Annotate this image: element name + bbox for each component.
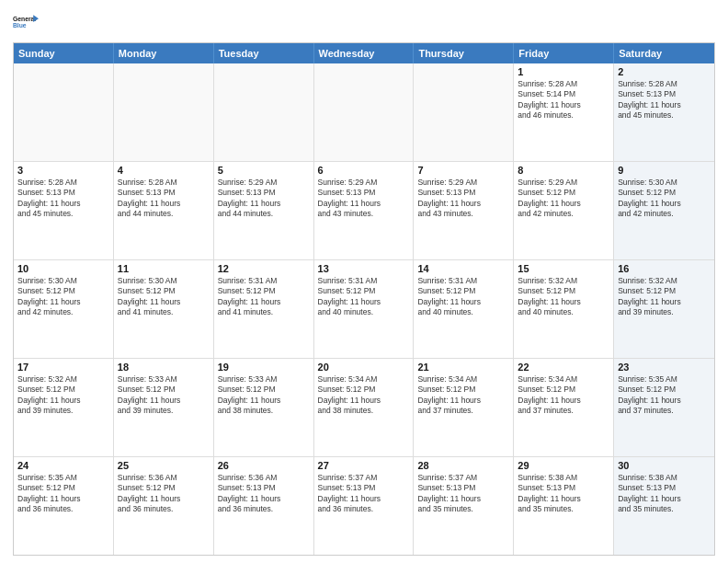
day-number: 12 xyxy=(218,263,310,274)
cell-info: Sunrise: 5:32 AM Sunset: 5:12 PM Dayligh… xyxy=(618,276,711,318)
day-number: 3 xyxy=(17,165,109,176)
cal-header-thursday: Thursday xyxy=(414,43,514,63)
cal-cell-r2-c6: 16Sunrise: 5:32 AM Sunset: 5:12 PM Dayli… xyxy=(614,260,714,358)
day-number: 24 xyxy=(17,460,109,471)
cell-info: Sunrise: 5:28 AM Sunset: 5:13 PM Dayligh… xyxy=(118,178,210,220)
day-number: 20 xyxy=(318,362,410,373)
cal-cell-r3-c6: 23Sunrise: 5:35 AM Sunset: 5:12 PM Dayli… xyxy=(614,359,714,456)
cell-info: Sunrise: 5:37 AM Sunset: 5:13 PM Dayligh… xyxy=(318,473,410,515)
cell-info: Sunrise: 5:32 AM Sunset: 5:12 PM Dayligh… xyxy=(518,276,609,318)
cal-header-saturday: Saturday xyxy=(614,43,714,63)
cal-cell-r3-c1: 18Sunrise: 5:33 AM Sunset: 5:12 PM Dayli… xyxy=(114,359,214,456)
cal-header-sunday: Sunday xyxy=(14,43,114,63)
cell-info: Sunrise: 5:34 AM Sunset: 5:12 PM Dayligh… xyxy=(518,374,609,417)
logo-icon: GeneralBlue xyxy=(13,9,39,35)
cell-info: Sunrise: 5:35 AM Sunset: 5:12 PM Dayligh… xyxy=(618,374,711,417)
day-number: 18 xyxy=(118,362,210,373)
cell-info: Sunrise: 5:31 AM Sunset: 5:12 PM Dayligh… xyxy=(417,276,509,318)
cal-row-2: 10Sunrise: 5:30 AM Sunset: 5:12 PM Dayli… xyxy=(14,259,714,358)
day-number: 9 xyxy=(618,165,711,176)
cell-info: Sunrise: 5:36 AM Sunset: 5:12 PM Dayligh… xyxy=(118,473,210,515)
cal-cell-r0-c4 xyxy=(414,63,514,161)
logo: GeneralBlue xyxy=(13,9,39,35)
day-number: 8 xyxy=(518,165,609,176)
day-number: 11 xyxy=(118,263,210,274)
cal-cell-r4-c3: 27Sunrise: 5:37 AM Sunset: 5:13 PM Dayli… xyxy=(314,457,415,555)
day-number: 23 xyxy=(618,362,711,373)
cell-info: Sunrise: 5:38 AM Sunset: 5:13 PM Dayligh… xyxy=(618,473,711,515)
cell-info: Sunrise: 5:29 AM Sunset: 5:12 PM Dayligh… xyxy=(518,178,609,220)
cal-cell-r1-c6: 9Sunrise: 5:30 AM Sunset: 5:12 PM Daylig… xyxy=(614,162,714,259)
cal-header-tuesday: Tuesday xyxy=(214,43,314,63)
cal-header-monday: Monday xyxy=(114,43,214,63)
cal-cell-r2-c4: 14Sunrise: 5:31 AM Sunset: 5:12 PM Dayli… xyxy=(414,260,514,358)
day-number: 29 xyxy=(518,460,609,471)
cell-info: Sunrise: 5:29 AM Sunset: 5:13 PM Dayligh… xyxy=(417,178,509,220)
day-number: 27 xyxy=(318,460,410,471)
cal-cell-r0-c5: 1Sunrise: 5:28 AM Sunset: 5:14 PM Daylig… xyxy=(514,63,614,161)
cal-cell-r4-c6: 30Sunrise: 5:38 AM Sunset: 5:13 PM Dayli… xyxy=(614,457,714,555)
cell-info: Sunrise: 5:34 AM Sunset: 5:12 PM Dayligh… xyxy=(318,374,410,417)
cal-cell-r1-c3: 6Sunrise: 5:29 AM Sunset: 5:13 PM Daylig… xyxy=(314,162,415,259)
day-number: 21 xyxy=(417,362,509,373)
day-number: 14 xyxy=(417,263,509,274)
day-number: 19 xyxy=(218,362,310,373)
cal-cell-r0-c1 xyxy=(114,63,214,161)
cell-info: Sunrise: 5:32 AM Sunset: 5:12 PM Dayligh… xyxy=(17,374,109,417)
day-number: 4 xyxy=(118,165,210,176)
cell-info: Sunrise: 5:28 AM Sunset: 5:13 PM Dayligh… xyxy=(17,178,109,220)
cal-cell-r1-c0: 3Sunrise: 5:28 AM Sunset: 5:13 PM Daylig… xyxy=(14,162,114,259)
cell-info: Sunrise: 5:33 AM Sunset: 5:12 PM Dayligh… xyxy=(218,374,310,417)
cal-cell-r1-c2: 5Sunrise: 5:29 AM Sunset: 5:13 PM Daylig… xyxy=(214,162,314,259)
cell-info: Sunrise: 5:28 AM Sunset: 5:13 PM Dayligh… xyxy=(618,79,711,121)
day-number: 22 xyxy=(518,362,609,373)
cal-cell-r2-c5: 15Sunrise: 5:32 AM Sunset: 5:12 PM Dayli… xyxy=(514,260,614,358)
day-number: 2 xyxy=(618,66,711,77)
cell-info: Sunrise: 5:35 AM Sunset: 5:12 PM Dayligh… xyxy=(17,473,109,515)
cal-cell-r4-c0: 24Sunrise: 5:35 AM Sunset: 5:12 PM Dayli… xyxy=(14,457,114,555)
cal-cell-r3-c2: 19Sunrise: 5:33 AM Sunset: 5:12 PM Dayli… xyxy=(214,359,314,456)
day-number: 25 xyxy=(118,460,210,471)
cell-info: Sunrise: 5:34 AM Sunset: 5:12 PM Dayligh… xyxy=(417,374,509,417)
cal-cell-r0-c3 xyxy=(314,63,415,161)
cal-row-0: 1Sunrise: 5:28 AM Sunset: 5:14 PM Daylig… xyxy=(14,63,714,161)
cell-info: Sunrise: 5:33 AM Sunset: 5:12 PM Dayligh… xyxy=(118,374,210,417)
cal-cell-r0-c0 xyxy=(14,63,114,161)
svg-text:Blue: Blue xyxy=(13,22,27,29)
header: GeneralBlue xyxy=(13,9,715,35)
calendar-body: 1Sunrise: 5:28 AM Sunset: 5:14 PM Daylig… xyxy=(14,63,714,555)
day-number: 15 xyxy=(518,263,609,274)
day-number: 7 xyxy=(417,165,509,176)
day-number: 17 xyxy=(17,362,109,373)
cal-row-3: 17Sunrise: 5:32 AM Sunset: 5:12 PM Dayli… xyxy=(14,358,714,456)
cal-cell-r3-c4: 21Sunrise: 5:34 AM Sunset: 5:12 PM Dayli… xyxy=(414,359,514,456)
day-number: 1 xyxy=(518,66,609,77)
cell-info: Sunrise: 5:37 AM Sunset: 5:13 PM Dayligh… xyxy=(417,473,509,515)
cell-info: Sunrise: 5:36 AM Sunset: 5:13 PM Dayligh… xyxy=(218,473,310,515)
cell-info: Sunrise: 5:31 AM Sunset: 5:12 PM Dayligh… xyxy=(318,276,410,318)
cal-cell-r3-c3: 20Sunrise: 5:34 AM Sunset: 5:12 PM Dayli… xyxy=(314,359,415,456)
cell-info: Sunrise: 5:38 AM Sunset: 5:13 PM Dayligh… xyxy=(518,473,609,515)
cal-row-4: 24Sunrise: 5:35 AM Sunset: 5:12 PM Dayli… xyxy=(14,456,714,555)
cell-info: Sunrise: 5:28 AM Sunset: 5:14 PM Dayligh… xyxy=(518,79,609,121)
cal-cell-r4-c1: 25Sunrise: 5:36 AM Sunset: 5:12 PM Dayli… xyxy=(114,457,214,555)
cal-cell-r3-c5: 22Sunrise: 5:34 AM Sunset: 5:12 PM Dayli… xyxy=(514,359,614,456)
cal-cell-r1-c5: 8Sunrise: 5:29 AM Sunset: 5:12 PM Daylig… xyxy=(514,162,614,259)
cal-header-wednesday: Wednesday xyxy=(314,43,415,63)
cell-info: Sunrise: 5:30 AM Sunset: 5:12 PM Dayligh… xyxy=(618,178,711,220)
cal-cell-r4-c2: 26Sunrise: 5:36 AM Sunset: 5:13 PM Dayli… xyxy=(214,457,314,555)
day-number: 26 xyxy=(218,460,310,471)
calendar-header: SundayMondayTuesdayWednesdayThursdayFrid… xyxy=(14,43,714,63)
cell-info: Sunrise: 5:30 AM Sunset: 5:12 PM Dayligh… xyxy=(118,276,210,318)
cell-info: Sunrise: 5:31 AM Sunset: 5:12 PM Dayligh… xyxy=(218,276,310,318)
svg-text:General: General xyxy=(13,16,36,22)
page: GeneralBlue SundayMondayTuesdayWednesday… xyxy=(0,0,728,563)
day-number: 28 xyxy=(417,460,509,471)
day-number: 6 xyxy=(318,165,410,176)
cal-cell-r0-c2 xyxy=(214,63,314,161)
calendar: SundayMondayTuesdayWednesdayThursdayFrid… xyxy=(13,42,715,556)
cal-cell-r2-c1: 11Sunrise: 5:30 AM Sunset: 5:12 PM Dayli… xyxy=(114,260,214,358)
cal-cell-r0-c6: 2Sunrise: 5:28 AM Sunset: 5:13 PM Daylig… xyxy=(614,63,714,161)
cell-info: Sunrise: 5:30 AM Sunset: 5:12 PM Dayligh… xyxy=(17,276,109,318)
cal-cell-r3-c0: 17Sunrise: 5:32 AM Sunset: 5:12 PM Dayli… xyxy=(14,359,114,456)
